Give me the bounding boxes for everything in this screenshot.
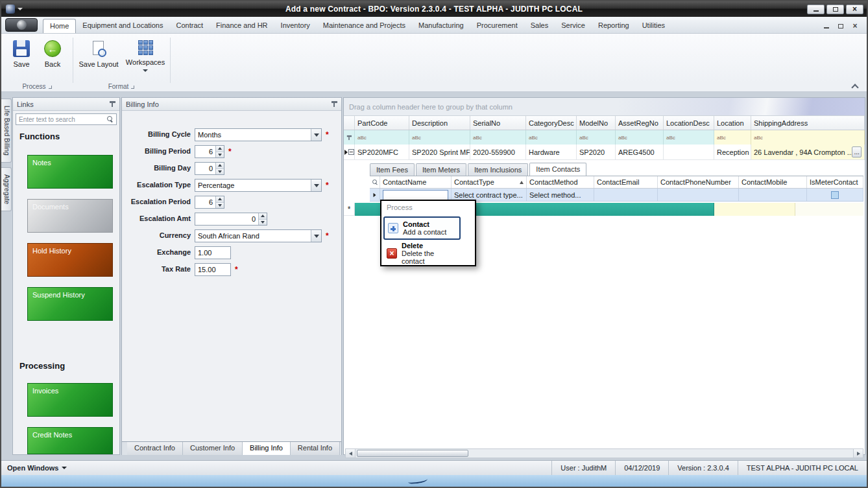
invoices-button[interactable]: Invoices	[27, 383, 113, 417]
cell-locationdesc[interactable]	[664, 145, 714, 159]
spin-down-button[interactable]	[259, 219, 267, 226]
mdi-close-button[interactable]	[851, 23, 859, 29]
cell-shippingaddress[interactable]: 26 Lavendar , 94A Crompton ......	[751, 145, 865, 159]
menu-item-add-contact[interactable]: Contact Add a contact	[383, 216, 461, 240]
cell-location[interactable]: Reception	[714, 145, 751, 159]
collapse-detail-icon[interactable]	[348, 149, 354, 155]
documents-button[interactable]: Documents	[27, 199, 113, 233]
menu-item-delete-contact[interactable]: Delete Delete the contact	[383, 242, 461, 264]
spin-down-button[interactable]	[216, 168, 224, 175]
credit-notes-button[interactable]: Credit Notes	[27, 427, 113, 454]
dropdown-arrow-icon[interactable]	[311, 230, 321, 242]
filter-modelno[interactable]: aBc	[577, 130, 616, 145]
grid-horizontal-scrollbar[interactable]	[345, 448, 863, 458]
scrollbar-thumb[interactable]	[357, 450, 468, 457]
scroll-right-button[interactable]	[853, 449, 863, 458]
tab-billing-info[interactable]: Billing Info	[243, 442, 291, 455]
filter-description[interactable]: aBc	[409, 130, 470, 145]
maximize-button[interactable]	[826, 5, 844, 14]
filter-assetregno[interactable]: aBc	[616, 130, 664, 145]
filter-serialno[interactable]: aBc	[470, 130, 526, 145]
column-header-contacttype[interactable]: ContactType	[452, 176, 527, 188]
cell-description[interactable]: SP2020 Sprint MFC	[409, 145, 470, 159]
quick-access-caret-icon[interactable]	[18, 8, 23, 10]
tab-item-meters[interactable]: Item Meters	[416, 163, 466, 176]
hold-history-button[interactable]: Hold History	[27, 243, 113, 277]
billing-cycle-dropdown[interactable]: Months	[195, 128, 322, 141]
ribbon-tab-equipment-and-locations[interactable]: Equipment and Locations	[76, 19, 169, 33]
column-header-serialno[interactable]: SerialNo	[470, 116, 526, 130]
filter-location[interactable]: aBc	[714, 130, 751, 145]
column-header-contactphonenumber[interactable]: ContactPhoneNumber	[658, 176, 739, 188]
exchange-field[interactable]: 1.00	[195, 246, 231, 259]
column-header-partcode[interactable]: PartCode	[355, 116, 409, 130]
ribbon-tab-service[interactable]: Service	[555, 19, 592, 33]
cell-partcode[interactable]: SP2020MFC	[355, 145, 409, 159]
column-header-contactname[interactable]: ContactName	[380, 176, 452, 188]
ribbon-tab-reporting[interactable]: Reporting	[592, 19, 636, 33]
tab-contract-info[interactable]: Contract Info	[127, 442, 183, 455]
cell-serialno[interactable]: 2020-559900	[470, 145, 526, 159]
mdi-restore-button[interactable]	[837, 23, 845, 29]
dialog-launcher-icon[interactable]	[131, 86, 134, 89]
filter-categorydesc[interactable]: aBc	[526, 130, 577, 145]
cell-contactemail[interactable]	[594, 189, 658, 201]
column-header-locationdesc[interactable]: LocationDesc	[664, 116, 714, 130]
back-button[interactable]: Back	[38, 36, 67, 80]
column-header-ismetercontact[interactable]: IsMeterContact	[807, 176, 863, 188]
ribbon-tab-procurement[interactable]: Procurement	[470, 19, 524, 33]
cell-ismetercontact[interactable]	[807, 189, 863, 201]
column-header-assetregno[interactable]: AssetRegNo	[616, 116, 664, 130]
cell-contactmobile[interactable]	[739, 189, 807, 201]
ribbon-tab-contract[interactable]: Contract	[170, 19, 210, 33]
ribbon-tab-finance-and-hr[interactable]: Finance and HR	[210, 19, 274, 33]
pin-icon[interactable]	[332, 100, 337, 108]
escalation-amt-spinner[interactable]: 0	[195, 213, 267, 226]
minimize-button[interactable]	[807, 5, 825, 14]
ribbon-tab-utilities[interactable]: Utilities	[636, 19, 671, 33]
side-tab-life-based-billing[interactable]: Life Based Billing	[1, 99, 12, 163]
tab-item-contacts[interactable]: Item Contacts	[529, 163, 586, 176]
tab-item-inclusions[interactable]: Item Inclusions	[468, 163, 528, 176]
dropdown-arrow-icon[interactable]	[311, 129, 321, 141]
column-header-modelno[interactable]: ModelNo	[577, 116, 616, 130]
save-layout-button[interactable]: Save Layout	[77, 36, 121, 80]
shipping-address-ellipsis-button[interactable]: ...	[852, 146, 862, 157]
item-row[interactable]: SP2020MFC SP2020 Sprint MFC 2020-559900 …	[344, 145, 865, 160]
column-header-contactmobile[interactable]: ContactMobile	[739, 176, 807, 188]
column-header-location[interactable]: Location	[714, 116, 751, 130]
save-button[interactable]: Save	[6, 36, 36, 80]
row-marker-cell[interactable]	[344, 145, 355, 159]
ribbon-tab-maintenance-and-projects[interactable]: Maintenance and Projects	[317, 19, 412, 33]
close-button[interactable]	[846, 5, 863, 14]
mdi-minimize-button[interactable]	[823, 23, 830, 29]
suspend-history-button[interactable]: Suspend History	[27, 287, 113, 321]
cell-assetregno[interactable]: AREG4500	[616, 145, 664, 159]
cell-categorydesc[interactable]: Hardware	[526, 145, 577, 159]
ismetercontact-checkbox[interactable]	[831, 191, 839, 199]
scroll-left-button[interactable]	[346, 449, 356, 458]
side-tab-aggregate[interactable]: Aggregate	[1, 167, 12, 211]
notes-button[interactable]: Notes	[27, 155, 113, 189]
dropdown-arrow-icon[interactable]	[311, 180, 321, 191]
cell-contactphonenumber[interactable]	[658, 189, 739, 201]
column-header-categorydesc[interactable]: CategoryDesc	[526, 116, 577, 130]
spin-up-button[interactable]	[259, 213, 267, 219]
ribbon-tab-sales[interactable]: Sales	[524, 19, 555, 33]
links-search-input[interactable]	[16, 116, 107, 123]
contactname-editor[interactable]	[383, 190, 448, 200]
ribbon-tab-home[interactable]: Home	[43, 19, 76, 33]
tax-rate-field[interactable]: 15.00	[195, 263, 231, 276]
workspaces-button[interactable]: Workspaces	[123, 36, 167, 80]
tab-customer-info[interactable]: Customer Info	[183, 442, 243, 455]
search-icon[interactable]	[107, 116, 114, 123]
spin-down-button[interactable]	[216, 202, 224, 209]
tab-item-fees[interactable]: Item Fees	[370, 163, 415, 176]
spin-down-button[interactable]	[216, 152, 224, 158]
pin-icon[interactable]	[110, 100, 115, 108]
filter-locationdesc[interactable]: aBc	[664, 130, 714, 145]
ribbon-tab-inventory[interactable]: Inventory	[274, 19, 317, 33]
spin-up-button[interactable]	[216, 196, 224, 202]
filter-shippingaddress[interactable]: aBc	[751, 130, 865, 145]
column-header-shippingaddress[interactable]: ShippingAddress	[751, 116, 865, 130]
